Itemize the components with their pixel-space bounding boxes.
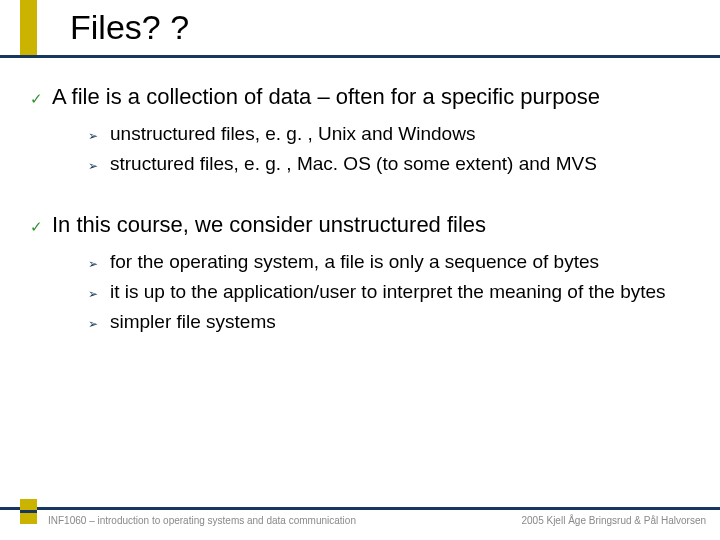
footer-right-text: 2005 Kjell Åge Bringsrud & Pål Halvorsen [521, 515, 706, 526]
arrow-icon: ➢ [88, 249, 110, 277]
slide-body: ✓ A file is a collection of data – often… [0, 58, 720, 337]
title-bar: Files? ? [0, 0, 720, 58]
bullet-level2: ➢ unstructured files, e. g. , Unix and W… [88, 121, 690, 149]
checkmark-icon: ✓ [30, 83, 52, 113]
bullet-text: In this course, we consider unstructured… [52, 211, 486, 239]
bullet-level1: ✓ A file is a collection of data – often… [30, 83, 690, 113]
bullet-level2: ➢ for the operating system, a file is on… [88, 249, 690, 277]
sub-bullet-text: structured files, e. g. , Mac. OS (to so… [110, 151, 597, 177]
footer-left-text: INF1060 – introduction to operating syst… [48, 515, 356, 526]
sub-bullet-text: for the operating system, a file is only… [110, 249, 599, 275]
sub-bullet-text: simpler file systems [110, 309, 276, 335]
slide: Files? ? ✓ A file is a collection of dat… [0, 0, 720, 540]
checkmark-icon: ✓ [30, 211, 52, 241]
footer-accent-block [20, 499, 37, 524]
arrow-icon: ➢ [88, 121, 110, 149]
arrow-icon: ➢ [88, 309, 110, 337]
arrow-icon: ➢ [88, 151, 110, 179]
bullet-level1: ✓ In this course, we consider unstructur… [30, 211, 690, 241]
bullet-level2: ➢ simpler file systems [88, 309, 690, 337]
sub-bullet-text: unstructured files, e. g. , Unix and Win… [110, 121, 475, 147]
footer-underline [0, 507, 720, 510]
bullet-text: A file is a collection of data – often f… [52, 83, 600, 111]
bullet-level2: ➢ structured files, e. g. , Mac. OS (to … [88, 151, 690, 179]
title-accent-block [20, 0, 37, 55]
arrow-icon: ➢ [88, 279, 110, 307]
slide-title: Files? ? [70, 8, 189, 47]
sub-bullet-list: ➢ for the operating system, a file is on… [30, 245, 690, 337]
sub-bullet-text: it is up to the application/user to inte… [110, 279, 666, 305]
bullet-level2: ➢ it is up to the application/user to in… [88, 279, 690, 307]
sub-bullet-list: ➢ unstructured files, e. g. , Unix and W… [30, 117, 690, 179]
title-underline [0, 55, 720, 58]
